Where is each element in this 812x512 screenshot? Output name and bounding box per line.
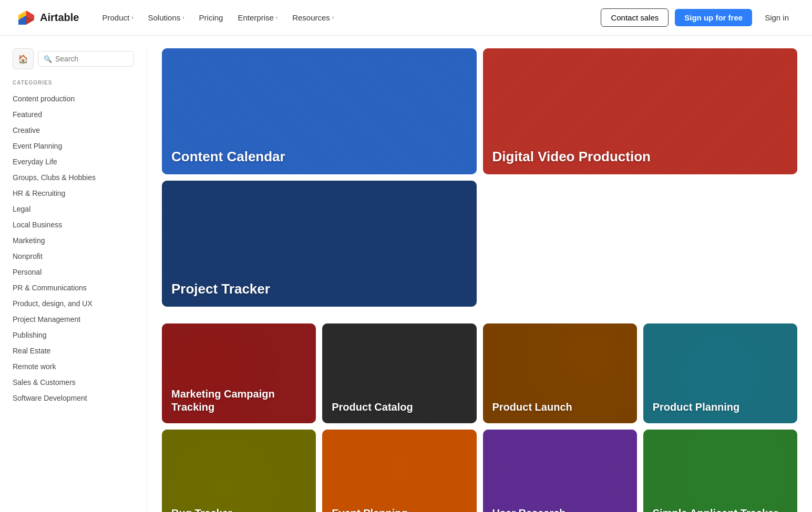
nav-resources[interactable]: Resources › xyxy=(286,9,340,26)
template-card-content-calendar[interactable]: Content Calendar xyxy=(162,48,477,174)
sidebar-item-groups--clubs---hobbies[interactable]: Groups, Clubs & Hobbies xyxy=(13,170,134,185)
nav-actions: Contact sales Sign up for free Sign in xyxy=(601,8,795,27)
sidebar-item-content-production[interactable]: Content production xyxy=(13,91,134,107)
template-card-event-planning[interactable]: Event Planning xyxy=(322,430,476,512)
card-title: Content Calendar xyxy=(162,139,295,175)
sidebar-item-product--design--and-ux[interactable]: Product, design, and UX xyxy=(13,296,134,311)
main-content: Content Calendar Digital Video Productio… xyxy=(147,48,812,512)
navbar: Airtable Product › Solutions › Pricing E… xyxy=(0,0,812,36)
sidebar-items: Content productionFeaturedCreativeEvent … xyxy=(13,91,134,406)
card-title: Event Planning xyxy=(322,497,417,512)
template-card-bug-tracker[interactable]: Bug Tracker xyxy=(162,430,316,512)
sidebar-item-software-development[interactable]: Software Development xyxy=(13,390,134,406)
sidebar-item-project-management[interactable]: Project Management xyxy=(13,311,134,327)
card-title: Project Tracker xyxy=(162,271,280,307)
card-title: Bug Tracker xyxy=(162,497,242,512)
nav-enterprise[interactable]: Enterprise › xyxy=(231,9,284,26)
sidebar-item-publishing[interactable]: Publishing xyxy=(13,327,134,343)
search-icon: 🔍 xyxy=(44,55,52,63)
card-title: Digital Video Production xyxy=(483,139,660,175)
sidebar-item-everyday-life[interactable]: Everyday Life xyxy=(13,154,134,170)
row2-grid: Marketing Campaign Tracking Product Cata… xyxy=(162,323,797,423)
sidebar-item-marketing[interactable]: Marketing xyxy=(13,233,134,248)
nav-solutions[interactable]: Solutions › xyxy=(142,9,191,26)
template-card-product-catalog[interactable]: Product Catalog xyxy=(322,323,476,423)
template-card-simple-applicant[interactable]: Simple Applicant Tracker xyxy=(643,430,797,512)
sidebar-item-featured[interactable]: Featured xyxy=(13,107,134,122)
card-title: User Research xyxy=(483,497,575,512)
logo-text: Airtable xyxy=(40,12,79,24)
sidebar: 🏠 🔍 CATEGORIES Content productionFeature… xyxy=(0,48,147,512)
logo[interactable]: Airtable xyxy=(17,8,79,27)
nav-pricing[interactable]: Pricing xyxy=(193,9,230,26)
sidebar-top: 🏠 🔍 xyxy=(13,48,134,69)
card-title: Simple Applicant Tracker xyxy=(643,497,787,512)
featured-grid: Content Calendar Digital Video Productio… xyxy=(162,48,797,307)
sidebar-item-pr---communications[interactable]: PR & Communications xyxy=(13,280,134,296)
sidebar-item-creative[interactable]: Creative xyxy=(13,122,134,138)
template-card-user-research[interactable]: User Research xyxy=(483,430,637,512)
search-box: 🔍 xyxy=(38,51,134,67)
signin-button[interactable]: Sign in xyxy=(758,9,795,26)
contact-sales-button[interactable]: Contact sales xyxy=(601,8,669,27)
sidebar-item-real-estate[interactable]: Real Estate xyxy=(13,343,134,359)
page-content: 🏠 🔍 CATEGORIES Content productionFeature… xyxy=(0,36,812,512)
card-title: Product Launch xyxy=(483,391,582,423)
template-card-project-tracker[interactable]: Project Tracker xyxy=(162,181,477,307)
sidebar-item-hr---recruiting[interactable]: HR & Recruiting xyxy=(13,185,134,201)
sidebar-item-remote-work[interactable]: Remote work xyxy=(13,359,134,374)
signup-button[interactable]: Sign up for free xyxy=(675,9,752,26)
home-button[interactable]: 🏠 xyxy=(13,48,34,69)
sidebar-item-event-planning[interactable]: Event Planning xyxy=(13,138,134,154)
categories-label: CATEGORIES xyxy=(13,80,134,86)
chevron-icon: › xyxy=(332,15,334,20)
chevron-icon: › xyxy=(276,15,277,20)
nav-product[interactable]: Product › xyxy=(96,9,139,26)
template-card-marketing-campaign[interactable]: Marketing Campaign Tracking xyxy=(162,323,316,423)
chevron-icon: › xyxy=(182,15,184,20)
search-input[interactable] xyxy=(55,55,128,63)
row3-grid: Bug Tracker Event Planning User Research… xyxy=(162,430,797,512)
sidebar-item-personal[interactable]: Personal xyxy=(13,264,134,280)
card-title: Marketing Campaign Tracking xyxy=(162,378,316,423)
sidebar-item-nonprofit[interactable]: Nonprofit xyxy=(13,248,134,264)
nav-links: Product › Solutions › Pricing Enterprise… xyxy=(96,9,601,26)
sidebar-item-local-business[interactable]: Local Business xyxy=(13,217,134,233)
sidebar-item-legal[interactable]: Legal xyxy=(13,201,134,217)
template-card-digital-video[interactable]: Digital Video Production xyxy=(483,48,798,174)
sidebar-item-sales---customers[interactable]: Sales & Customers xyxy=(13,374,134,390)
template-card-product-launch[interactable]: Product Launch xyxy=(483,323,637,423)
card-title: Product Catalog xyxy=(322,391,422,423)
template-card-product-planning[interactable]: Product Planning xyxy=(643,323,797,423)
chevron-icon: › xyxy=(131,15,133,20)
card-title: Product Planning xyxy=(643,391,749,423)
